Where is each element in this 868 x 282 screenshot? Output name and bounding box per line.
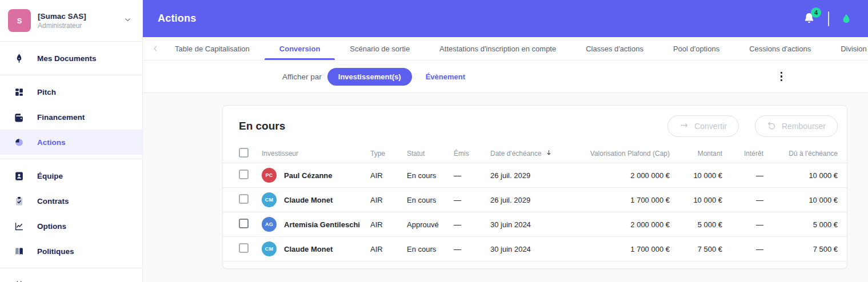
investor-name: Paul Cézanne (284, 171, 333, 180)
tab-pool-doptions[interactable]: Pool d'options (658, 37, 734, 60)
interest-cell: — (722, 196, 763, 204)
sidebar-item-actions[interactable]: Actions (0, 130, 142, 155)
table-row[interactable]: CM Claude Monet AIR En cours — 30 juin 2… (223, 237, 847, 261)
table-row[interactable]: CM Claude Monet AIR En cours — 26 juil. … (223, 188, 847, 212)
emis-cell: — (454, 171, 490, 180)
type-cell: AIR (370, 220, 407, 229)
sidebar-item-contrats[interactable]: Contrats (0, 188, 142, 213)
org-switcher[interactable]: S [Sumac SAS] Administrateur (0, 0, 142, 41)
notifications-button[interactable]: 4 (802, 11, 817, 26)
type-cell: AIR (370, 245, 407, 253)
due-cell: 10 000 € (763, 196, 838, 204)
tab-bar: Table de Capitalisation Conversion Scéna… (143, 37, 868, 61)
avatar: CM (262, 192, 277, 207)
select-all-checkbox[interactable] (239, 148, 249, 158)
tab-cessions-dactions[interactable]: Cessions d'actions (734, 37, 826, 60)
due-cell: 10 000 € (763, 171, 838, 180)
interest-cell: — (722, 245, 763, 253)
filter-evenement-link[interactable]: Évènement (426, 72, 465, 81)
column-header-statut[interactable]: Statut (407, 150, 454, 158)
notification-badge: 4 (811, 7, 821, 18)
card-title: En cours (239, 120, 285, 132)
dashboard-icon (14, 87, 25, 98)
amount-cell: 5 000 € (670, 220, 722, 229)
avatar: CM (262, 241, 277, 256)
due-date-cell: 30 juin 2024 (490, 220, 586, 229)
page-header: Actions 4 (143, 0, 868, 37)
filter-bar: Afficher par Investissement(s) Évènement (143, 61, 868, 93)
sidebar-item-label: Mes Documents (37, 54, 97, 63)
tab-attestations[interactable]: Attestations d'inscription en compte (425, 37, 571, 60)
row-checkbox[interactable] (239, 170, 249, 179)
status-cell: En cours (407, 196, 454, 204)
due-date-cell: 26 juil. 2029 (490, 196, 586, 204)
en-cours-card: En cours Convertir Rembourse (222, 105, 847, 269)
rembourser-button[interactable]: Rembourser (755, 115, 838, 137)
column-header-investisseur[interactable]: Investisseur (262, 150, 370, 158)
column-header-label: Date d'échéance (490, 150, 542, 158)
tab-conversion[interactable]: Conversion (265, 37, 335, 60)
status-cell: Approuvé (407, 220, 454, 229)
tab-table-de-capitalisation[interactable]: Table de Capitalisation (160, 37, 265, 60)
column-header-interet[interactable]: Intérêt (722, 150, 763, 158)
amount-cell: 10 000 € (670, 171, 722, 180)
type-cell: AIR (370, 171, 407, 180)
investor-name: Claude Monet (284, 196, 333, 204)
filter-investissements-pill[interactable]: Investissement(s) (327, 68, 412, 86)
interest-cell: — (722, 171, 763, 180)
org-meta: [Sumac SAS] Administrateur (38, 12, 117, 30)
undo-icon (767, 120, 777, 132)
column-header-date-echeance[interactable]: Date d'échéance (490, 149, 586, 158)
wallet-icon (14, 112, 25, 123)
due-cell: 5 000 € (763, 220, 838, 229)
column-header-du-echeance[interactable]: Dû à l'échéance (763, 150, 838, 158)
pie-chart-icon (14, 137, 25, 148)
sidebar-item-pitch[interactable]: Pitch (0, 79, 142, 104)
sidebar-item-calendrier[interactable]: Calendrier (0, 272, 142, 282)
tab-classes-dactions[interactable]: Classes d'actions (571, 37, 658, 60)
avatar: PC (262, 168, 277, 183)
table-row[interactable]: PC Paul Cézanne AIR En cours — 26 juil. … (223, 163, 847, 188)
row-checkbox[interactable] (239, 219, 249, 228)
emis-cell: — (454, 245, 490, 253)
calendar-icon (14, 280, 25, 282)
sidebar: S [Sumac SAS] Administrateur Mes Documen… (0, 0, 143, 282)
main-area: Actions 4 Table de Capitalisation Conve (143, 0, 868, 282)
column-header-montant[interactable]: Montant (670, 150, 722, 158)
type-cell: AIR (370, 196, 407, 204)
due-date-cell: 26 juil. 2029 (490, 171, 586, 180)
row-checkbox[interactable] (239, 194, 249, 204)
investor-name: Claude Monet (284, 245, 333, 253)
tab-division-valeur-nominale[interactable]: Division de la valeur nominale (826, 37, 868, 60)
person-badge-icon (14, 171, 25, 182)
column-header-emis[interactable]: Émis (454, 150, 490, 158)
cap-cell: 1 700 000 € (586, 245, 670, 253)
org-role: Administrateur (38, 22, 117, 30)
amount-cell: 10 000 € (670, 196, 722, 204)
droplet-icon[interactable] (841, 13, 852, 25)
chevron-left-icon[interactable] (151, 37, 160, 60)
bell-icon (802, 18, 816, 27)
column-header-valorisation[interactable]: Valorisation Plafond (Cap) (586, 150, 670, 158)
column-header-type[interactable]: Type (370, 150, 407, 158)
line-chart-icon (14, 221, 25, 232)
sidebar-item-options[interactable]: Options (0, 213, 142, 239)
tab-scenario-de-sortie[interactable]: Scénario de sortie (335, 37, 425, 60)
sidebar-item-label: Politiques (37, 247, 74, 256)
sidebar-item-label: Contrats (37, 197, 69, 206)
sidebar-item-mes-documents[interactable]: Mes Documents (0, 46, 142, 71)
divider (828, 11, 829, 26)
sidebar-item-politiques[interactable]: Politiques (0, 239, 142, 264)
row-checkbox[interactable] (239, 243, 249, 253)
kebab-menu-button[interactable] (777, 69, 786, 85)
open-book-icon (14, 246, 25, 257)
sidebar-item-financement[interactable]: Financement (0, 104, 142, 130)
sidebar-item-equipe[interactable]: Équipe (0, 163, 142, 188)
convert-arrow-icon (679, 120, 689, 132)
sort-down-icon[interactable] (545, 149, 553, 158)
convertir-button[interactable]: Convertir (667, 115, 739, 137)
sidebar-item-label: Actions (37, 138, 66, 147)
avatar: AG (262, 217, 277, 232)
org-avatar: S (8, 9, 31, 32)
table-row[interactable]: AG Artemisia Gentileschi AIR Approuvé — … (223, 212, 847, 237)
